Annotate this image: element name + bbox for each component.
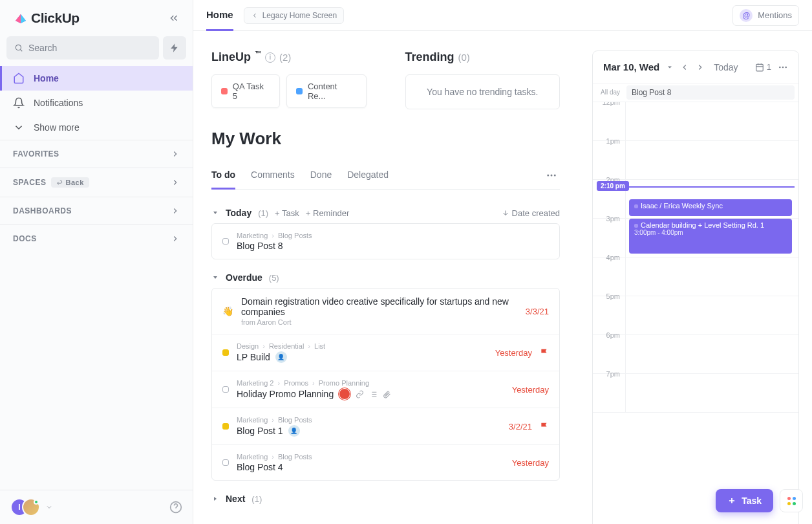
due-date: Yesterday <box>495 348 532 358</box>
calendar-box: Mar 10, Wed Today 1 All day Blog Post 8 <box>592 50 799 524</box>
collapse-sidebar-icon[interactable] <box>168 12 180 24</box>
nav-home[interactable]: Home <box>0 66 193 91</box>
tab-comments[interactable]: Comments <box>251 162 295 189</box>
nav-show-more-label: Show more <box>34 122 80 133</box>
allday-row: All day Blog Post 8 <box>593 83 798 102</box>
priority-flag-icon[interactable] <box>540 348 549 357</box>
nav-notifications[interactable]: Notifications <box>0 91 193 115</box>
logo-icon <box>13 10 28 26</box>
task-breadcrumb: Marketing›Blog Posts <box>237 232 549 239</box>
assignee-avatar[interactable]: 👤 <box>288 425 300 437</box>
nav-show-more[interactable]: Show more <box>0 115 193 140</box>
status-indicator[interactable] <box>222 459 229 466</box>
calendar-next-button[interactable] <box>696 63 705 72</box>
chevron-down-icon <box>13 122 25 133</box>
calendar-event-2[interactable]: Calendar building + Level Setting Rd. 1 … <box>629 219 792 254</box>
calendar-task-count[interactable]: 1 <box>755 62 771 72</box>
help-button[interactable] <box>169 501 182 514</box>
tab-done[interactable]: Done <box>310 162 332 189</box>
back-pill[interactable]: Back <box>51 177 89 188</box>
calendar-prev-button[interactable] <box>680 63 689 72</box>
task-row-blogpost4[interactable]: Marketing›Blog Posts Blog Post 4 Yesterd… <box>212 444 559 480</box>
task-breadcrumb: Design›Residential›List <box>237 342 487 350</box>
lineup-count: (2) <box>279 52 291 63</box>
status-indicator-red <box>221 88 228 94</box>
apps-launcher-button[interactable] <box>780 489 803 512</box>
task-title: Domain registration video creative speci… <box>241 296 518 317</box>
calendar-event-1[interactable]: Isaac / Erica Weekly Sync <box>629 199 792 216</box>
event-status-dot <box>634 204 638 208</box>
task-row-domain[interactable]: 👋 Domain registration video creative spe… <box>212 289 559 334</box>
calendar-today-button[interactable]: Today <box>714 62 738 72</box>
quick-action-button[interactable] <box>163 36 186 60</box>
tab-more-button[interactable] <box>543 162 560 189</box>
tab-delegated[interactable]: Delegated <box>347 162 389 189</box>
section-docs[interactable]: DOCS <box>0 224 193 252</box>
task-row-blogpost1[interactable]: Marketing›Blog Posts Blog Post 1 👤 3/2/2… <box>212 408 559 444</box>
calendar-grid[interactable]: 12pm 1pm 2pm 3pm 4pm 5pm 6pm 7pm 2:10 pm… <box>593 102 798 524</box>
group-overdue-label: Overdue <box>226 272 262 283</box>
info-icon[interactable]: i <box>265 52 275 63</box>
add-task-link[interactable]: + Task <box>275 208 299 218</box>
nav-notifications-label: Notifications <box>34 98 83 108</box>
apps-grid-icon <box>787 497 796 505</box>
calendar-date[interactable]: Mar 10, Wed <box>603 61 659 72</box>
lineup-card-1[interactable]: QA Task 5 <box>211 74 280 108</box>
add-reminder-link[interactable]: + Reminder <box>306 208 350 218</box>
svg-point-3 <box>551 175 553 177</box>
logo[interactable]: ClickUp <box>13 10 80 26</box>
section-spaces[interactable]: SPACES Back <box>0 168 193 197</box>
task-row-holiday[interactable]: Marketing 2›Promos›Promo Planning Holida… <box>212 371 559 408</box>
group-overdue-header[interactable]: Overdue (5) <box>211 267 560 288</box>
allday-event[interactable]: Blog Post 8 <box>626 85 795 100</box>
section-favorites[interactable]: FAVORITES <box>0 140 193 168</box>
create-task-fab[interactable]: Task <box>716 489 773 512</box>
status-indicator-yellow[interactable] <box>222 349 229 356</box>
task-row-lpbuild[interactable]: Design›Residential›List LP Build 👤 Yeste… <box>212 334 559 371</box>
allday-label: All day <box>593 83 625 102</box>
svg-point-2 <box>547 175 549 177</box>
sort-button[interactable]: Date created <box>502 208 560 218</box>
assignee-avatar[interactable]: 👤 <box>275 351 287 363</box>
task-title: Blog Post 4 <box>237 462 504 472</box>
group-today-label: Today <box>226 208 251 218</box>
content-area: LineUp™ i (2) QA Task 5 Content Re... <box>193 31 812 524</box>
search-input[interactable]: Search <box>6 36 159 60</box>
status-indicator[interactable] <box>222 386 229 393</box>
list-icon[interactable] <box>369 390 378 398</box>
mentions-button[interactable]: @ Mentions <box>732 5 799 26</box>
hour-label: 4pm <box>593 254 625 292</box>
back-label: Back <box>65 179 83 186</box>
task-row-blogpost8[interactable]: Marketing›Blog Posts Blog Post 8 <box>212 224 559 259</box>
collapse-toggle-icon[interactable] <box>211 274 219 281</box>
collapse-toggle-icon[interactable] <box>211 209 219 217</box>
trending-empty-state: You have no trending tasks. <box>405 74 561 109</box>
link-icon[interactable] <box>356 390 364 398</box>
calendar-column: Mar 10, Wed Today 1 All day Blog Post 8 <box>592 50 812 524</box>
group-today-header[interactable]: Today (1) + Task + Reminder Date created <box>211 202 560 223</box>
attachment-icon[interactable] <box>383 390 391 398</box>
due-date: Yesterday <box>512 458 549 468</box>
avatar-menu-icon[interactable] <box>45 503 53 511</box>
trending-section: Trending (0) You have no trending tasks. <box>405 50 561 109</box>
chevron-down-icon[interactable] <box>666 63 674 71</box>
expand-toggle-icon[interactable] <box>211 495 219 503</box>
user-avatars[interactable]: I <box>10 498 53 516</box>
lineup-card-2[interactable]: Content Re... <box>286 74 366 108</box>
topbar: Home Legacy Home Screen @ Mentions <box>193 0 812 31</box>
calendar-header: Mar 10, Wed Today 1 <box>593 51 798 83</box>
status-indicator[interactable] <box>222 238 229 245</box>
tab-todo[interactable]: To do <box>211 162 235 190</box>
at-icon: @ <box>740 9 753 22</box>
status-indicator-yellow[interactable] <box>222 423 229 430</box>
group-next-header[interactable]: Next (1) <box>211 488 560 509</box>
group-overdue-count: (5) <box>269 273 279 283</box>
hour-label: 6pm <box>593 331 625 369</box>
legacy-home-button[interactable]: Legacy Home Screen <box>244 7 344 24</box>
bolt-icon <box>169 43 180 53</box>
hour-label: 7pm <box>593 370 625 408</box>
priority-flag-icon[interactable] <box>540 422 549 431</box>
calendar-more-button[interactable] <box>778 62 788 72</box>
section-dashboards[interactable]: DASHBOARDS <box>0 197 193 224</box>
task-title: Blog Post 8 <box>237 241 549 251</box>
